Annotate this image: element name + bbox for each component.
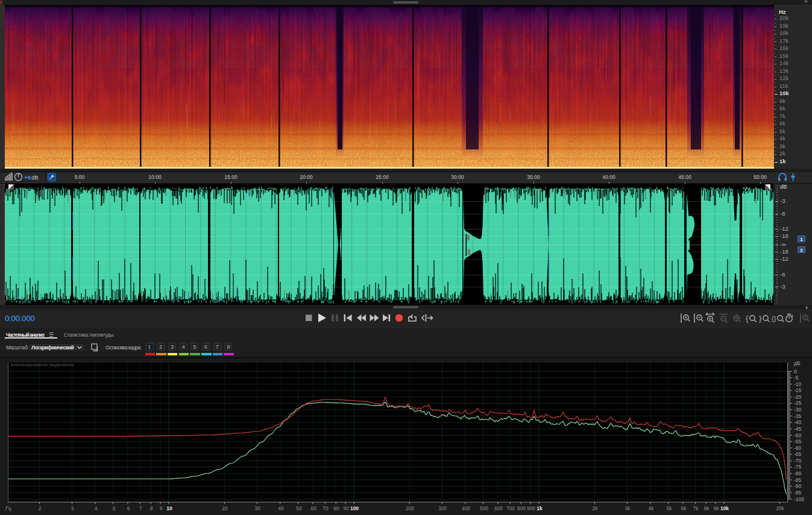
- svg-text:}: }: [759, 314, 762, 323]
- svg-text:{: {: [746, 314, 749, 323]
- svg-text:{}: {}: [772, 315, 776, 322]
